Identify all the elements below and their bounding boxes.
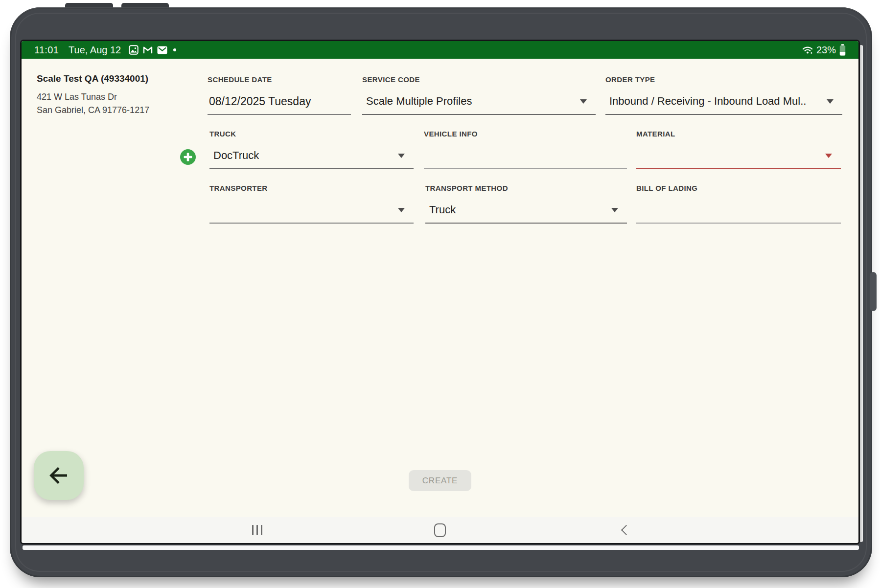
android-status-bar: 11:01 Tue, Aug 12 <box>22 41 858 59</box>
transport-method-field: TRANSPORT METHOD Truck <box>425 184 627 224</box>
material-label: MATERIAL <box>636 130 841 138</box>
vehicle-info-field: VEHICLE INFO <box>424 130 627 169</box>
transporter-select[interactable] <box>209 197 414 224</box>
battery-percent: 23% <box>816 45 836 56</box>
address-line1: 421 W Las Tunas Dr <box>37 90 149 104</box>
schedule-date-value: 08/12/2025 Tuesday <box>208 95 311 108</box>
transport-method-select[interactable]: Truck <box>425 197 627 224</box>
truck-label: TRUCK <box>209 130 414 138</box>
status-time: 11:01 <box>34 45 59 56</box>
battery-icon <box>839 44 846 56</box>
account-info-block: Scale Test QA (49334001) 421 W Las Tunas… <box>37 73 149 117</box>
chevron-down-icon <box>825 154 832 158</box>
truck-field: TRUCK DocTruck <box>209 130 414 169</box>
service-code-select[interactable]: Scale Multiple Profiles <box>362 89 596 115</box>
bill-of-lading-field: BILL OF LADING <box>636 184 841 224</box>
order-type-field: ORDER TYPE Inbound / Receiving - Inbound… <box>605 75 842 115</box>
email-icon <box>157 46 167 54</box>
material-select[interactable] <box>636 143 841 169</box>
transporter-label: TRANSPORTER <box>209 184 414 192</box>
add-truck-button[interactable] <box>180 149 196 165</box>
bill-of-lading-label: BILL OF LADING <box>636 184 841 192</box>
tablet-screen: 11:01 Tue, Aug 12 <box>22 41 858 543</box>
schedule-date-input[interactable]: 08/12/2025 Tuesday <box>208 89 351 115</box>
nav-back-button[interactable] <box>610 517 639 543</box>
chevron-down-icon <box>398 154 405 158</box>
truck-value: DocTruck <box>209 149 259 162</box>
wifi-icon <box>802 45 813 54</box>
add-circle-icon <box>180 149 196 165</box>
chevron-down-icon <box>611 208 618 212</box>
material-field: MATERIAL <box>636 130 841 169</box>
service-code-value: Scale Multiple Profiles <box>362 95 472 108</box>
order-type-label: ORDER TYPE <box>605 75 842 84</box>
schedule-date-field: SCHEDULE DATE 08/12/2025 Tuesday <box>208 75 351 115</box>
truck-select[interactable]: DocTruck <box>209 143 414 169</box>
account-name: Scale Test QA (49334001) <box>37 73 149 84</box>
order-type-value: Inbound / Receiving - Inbound Load Mul.. <box>605 95 806 108</box>
schedule-date-label: SCHEDULE DATE <box>208 75 351 84</box>
back-arrow-icon <box>47 464 70 487</box>
order-type-select[interactable]: Inbound / Receiving - Inbound Load Mul.. <box>605 89 842 115</box>
gmail-icon <box>143 45 153 55</box>
status-date: Tue, Aug 12 <box>69 45 121 56</box>
chevron-down-icon <box>398 208 405 212</box>
home-icon <box>434 523 446 537</box>
address-line2: San Gabriel, CA 91776-1217 <box>37 104 149 117</box>
chevron-down-icon <box>580 99 587 104</box>
transport-method-label: TRANSPORT METHOD <box>425 184 627 192</box>
screen-edge-highlight-bottom <box>23 545 859 550</box>
home-button[interactable] <box>425 517 455 543</box>
chevron-down-icon <box>827 99 834 104</box>
transporter-field: TRANSPORTER <box>209 184 414 224</box>
vehicle-info-label: VEHICLE INFO <box>424 130 627 138</box>
service-code-label: SERVICE CODE <box>362 75 596 84</box>
order-form-page: Scale Test QA (49334001) 421 W Las Tunas… <box>22 59 858 517</box>
create-button[interactable]: CREATE <box>409 470 471 491</box>
vehicle-info-input[interactable] <box>424 143 627 169</box>
screen-edge-highlight-right <box>859 45 863 542</box>
android-nav-bar <box>22 517 858 543</box>
status-right-group: 23% <box>802 44 846 56</box>
transport-method-value: Truck <box>425 204 456 216</box>
back-button[interactable] <box>34 451 84 500</box>
back-icon <box>621 525 631 535</box>
tablet-side-button <box>870 272 877 311</box>
recents-button[interactable] <box>242 517 272 543</box>
photos-icon <box>129 45 139 55</box>
service-code-field: SERVICE CODE Scale Multiple Profiles <box>362 75 596 115</box>
account-address: 421 W Las Tunas Dr San Gabriel, CA 91776… <box>37 90 149 117</box>
screenshot-root: 11:01 Tue, Aug 12 <box>0 0 880 588</box>
bill-of-lading-input[interactable] <box>636 197 841 224</box>
recents-icon <box>252 525 254 535</box>
notification-icons <box>129 45 176 55</box>
notification-dot <box>173 48 176 51</box>
